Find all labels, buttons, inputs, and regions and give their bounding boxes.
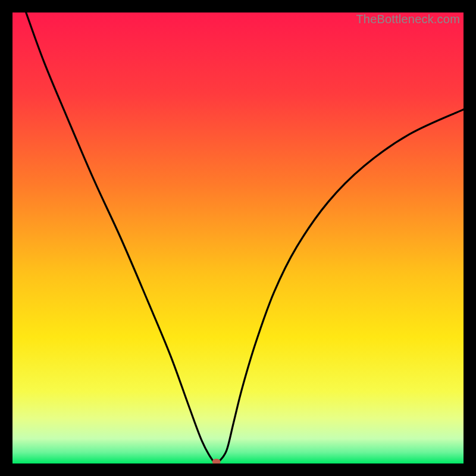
watermark-label: TheBottleneck.com bbox=[356, 12, 460, 26]
bottleneck-chart bbox=[12, 12, 464, 464]
chart-frame: TheBottleneck.com bbox=[12, 12, 464, 464]
gradient-background bbox=[12, 12, 464, 464]
